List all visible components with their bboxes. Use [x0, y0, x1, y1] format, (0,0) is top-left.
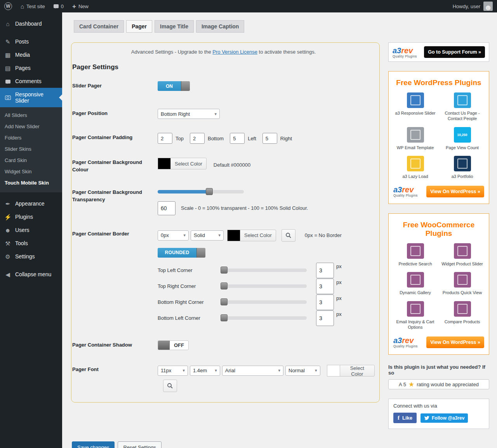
- plugin-item-predictive-search[interactable]: Predictive Search: [393, 243, 438, 267]
- sidebar-item-appearance[interactable]: ✒ Appearance: [0, 197, 62, 210]
- facebook-like-button[interactable]: f Like: [393, 413, 417, 423]
- slider-handle[interactable]: [221, 282, 228, 289]
- font-family-select[interactable]: Arial: [222, 366, 283, 376]
- plugin-item-email-inquiry[interactable]: Email Inquiry & Cart Options: [393, 301, 438, 330]
- corner-slider[interactable]: [221, 300, 307, 304]
- border-style-select[interactable]: Solid: [191, 230, 224, 241]
- plugin-item-contact-us[interactable]: Contact Us Page - Contact People: [440, 92, 485, 122]
- wp-logo-menu[interactable]: W: [0, 0, 16, 12]
- corner-input[interactable]: [316, 263, 334, 278]
- reset-settings-button[interactable]: Reset Settings: [118, 441, 162, 448]
- sidebar-item-comments[interactable]: Comments: [0, 75, 62, 88]
- corner-input[interactable]: [316, 295, 334, 310]
- line-height-select[interactable]: 1.4em: [190, 366, 220, 376]
- padding-bottom-input[interactable]: [190, 133, 205, 144]
- border-color-swatch[interactable]: [227, 230, 240, 241]
- plugin-icon: [454, 243, 471, 259]
- tab-image-title[interactable]: Image Title: [155, 20, 194, 33]
- connect-widget: Connect with us via f Like Follow @a3rev: [388, 399, 489, 429]
- slider-handle[interactable]: [221, 267, 228, 274]
- sidebar-item-card-skin[interactable]: Card Skin: [0, 155, 62, 166]
- plugin-item-dynamic-gallery[interactable]: Dynamic Gallery: [393, 272, 438, 295]
- dashboard-icon: ⌂: [4, 21, 11, 27]
- font-size-select[interactable]: 11px: [158, 366, 188, 376]
- bg-color-swatch[interactable]: [158, 158, 171, 169]
- corner-row-bottom-left: Bottom Left Corner px: [158, 310, 375, 326]
- view-on-wordpress-button[interactable]: View On WordPress »: [426, 336, 484, 348]
- site-menu[interactable]: ⌂ Test site: [16, 0, 49, 12]
- sidebar-item-label: Dashboard: [15, 21, 42, 27]
- comments-menu[interactable]: 0: [49, 0, 68, 12]
- font-weight-select[interactable]: Normal: [285, 366, 320, 376]
- sidebar-item-dashboard[interactable]: ⌂ Dashboard: [0, 17, 62, 30]
- plugin-item-compare-products[interactable]: Compare Products: [440, 301, 485, 330]
- plugin-item-portfolio[interactable]: a3 Portfolio: [440, 156, 485, 179]
- camera-icon: [4, 95, 11, 101]
- save-changes-button[interactable]: Save changes: [72, 441, 115, 448]
- rounded-toggle[interactable]: ROUNDED: [158, 248, 205, 258]
- rating-box[interactable]: A 5 ★ rating would be appreciated: [388, 379, 489, 389]
- sidebar-item-touch-mobile-skin[interactable]: Touch Mobile Skin: [0, 177, 62, 188]
- collapse-menu-label: Collapse menu: [15, 271, 51, 277]
- sidebar-item-widget-skin[interactable]: Widget Skin: [0, 166, 62, 177]
- sidebar-item-all-sliders[interactable]: All Sliders: [0, 110, 62, 121]
- sidebar-item-responsive-slider[interactable]: Responsive Slider: [0, 88, 62, 107]
- slider-handle[interactable]: [221, 298, 228, 305]
- sidebar-item-add-new-slider[interactable]: Add New Slider: [0, 121, 62, 132]
- sidebar-item-media[interactable]: ▦ Media: [0, 48, 62, 61]
- sidebar-item-tools[interactable]: ⚒ Tools: [0, 237, 62, 250]
- slider-pager-toggle[interactable]: ON: [158, 81, 190, 91]
- pager-position-select[interactable]: Bottom Right: [158, 109, 220, 119]
- font-preview-button[interactable]: [163, 380, 177, 392]
- slider-handle[interactable]: [221, 314, 228, 321]
- corner-input[interactable]: [316, 279, 334, 294]
- shadow-toggle[interactable]: OFF: [158, 340, 189, 350]
- sidebar-item-plugins[interactable]: ⚡ Plugins: [0, 210, 62, 223]
- corner-slider[interactable]: [221, 268, 307, 272]
- sidebar-item-label: Users: [15, 227, 30, 233]
- tab-pager[interactable]: Pager: [126, 20, 152, 33]
- preview-button[interactable]: [282, 229, 295, 242]
- new-menu[interactable]: + New: [68, 0, 93, 12]
- tab-image-caption[interactable]: Image Caption: [196, 20, 244, 33]
- account-menu[interactable]: Howdy, user ☻: [448, 0, 497, 12]
- setting-label: Slider Pager: [72, 81, 158, 91]
- padding-right-input[interactable]: [262, 133, 277, 144]
- select-color-button[interactable]: Select Color: [340, 365, 375, 377]
- padding-top-input[interactable]: [158, 133, 172, 144]
- plugin-icon: [407, 272, 424, 288]
- select-color-button[interactable]: Select Color: [240, 230, 276, 241]
- sidebar-item-users[interactable]: ☻ Users: [0, 223, 62, 237]
- select-color-button[interactable]: Select Color: [170, 158, 207, 169]
- sidebar-item-folders[interactable]: Folders: [0, 132, 62, 143]
- sidebar-item-settings[interactable]: ⚙ Settings: [0, 250, 62, 263]
- tab-card-container[interactable]: Card Container: [74, 20, 124, 33]
- slider-handle[interactable]: [206, 188, 213, 195]
- plugin-icon: [454, 272, 471, 288]
- plugin-label: Predictive Search: [393, 261, 438, 267]
- settings-icon: ⚙: [4, 254, 11, 260]
- font-color-swatch[interactable]: [327, 365, 340, 377]
- sidebar-item-posts[interactable]: ✎ Posts: [0, 35, 62, 48]
- transparency-input[interactable]: [158, 201, 176, 215]
- corner-input[interactable]: [316, 310, 334, 326]
- select-value: 0px: [161, 232, 169, 238]
- corner-slider[interactable]: [221, 284, 307, 288]
- pro-version-link[interactable]: Pro Version License: [212, 49, 257, 55]
- corner-slider[interactable]: [221, 316, 307, 320]
- padding-left-input[interactable]: [230, 133, 245, 144]
- collapse-menu-button[interactable]: ◀ Collapse menu: [0, 268, 62, 281]
- sidebar-item-slider-skins[interactable]: Slider Skins: [0, 143, 62, 155]
- support-forum-button[interactable]: Go to Support Forum »: [424, 46, 485, 58]
- plugin-item-widget-product-slider[interactable]: Widget Product Slider: [440, 243, 485, 267]
- twitter-follow-button[interactable]: Follow @a3rev: [421, 413, 468, 423]
- plugin-item-responsive-slider[interactable]: a3 Responsive Slider: [393, 92, 438, 122]
- plugin-item-products-quick-view[interactable]: Products Quick View: [440, 272, 485, 295]
- transparency-slider[interactable]: [158, 190, 244, 193]
- plugin-item-page-view-count[interactable]: 10,250 Page View Count: [440, 127, 485, 150]
- plugin-item-email-template[interactable]: WP Email Template: [393, 127, 438, 150]
- border-width-select[interactable]: 0px: [158, 230, 189, 241]
- view-on-wordpress-button[interactable]: View On WordPress »: [426, 186, 484, 197]
- plugin-item-lazy-load[interactable]: a3 Lazy Load: [393, 156, 438, 179]
- sidebar-item-pages[interactable]: ▤ Pages: [0, 61, 62, 75]
